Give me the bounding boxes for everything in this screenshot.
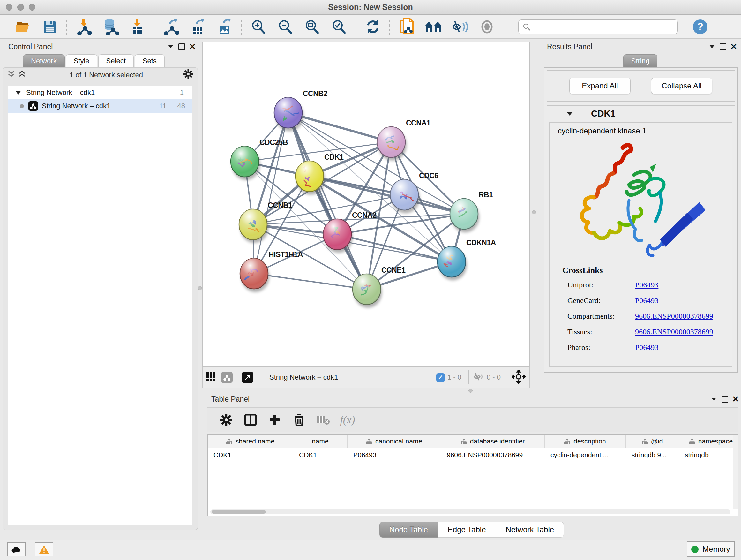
column-header-namespace[interactable]: namespace [679,435,738,448]
column-header-description[interactable]: description [545,435,626,448]
table-vertical-scrollbar[interactable] [733,435,738,509]
clone-network-button[interactable] [393,17,420,37]
open-file-button[interactable] [10,17,37,37]
hide-selected-button[interactable] [447,17,474,37]
memory-button[interactable]: Memory [687,542,735,557]
scrollbar-thumb[interactable] [212,510,266,514]
window-title: Session: New Session [0,3,741,12]
collapse-all-button[interactable]: Collapse All [651,78,712,94]
zoom-out-button[interactable] [272,17,299,37]
network-node-ccne1[interactable] [353,274,381,305]
float-panel-icon[interactable] [719,395,730,403]
selected-indicator-checkbox[interactable]: ✓ [436,373,445,382]
import-network-database-button[interactable] [97,17,124,37]
expand-all-icon[interactable] [18,70,26,80]
network-node-hist1h1a[interactable] [240,258,268,289]
expand-all-button[interactable]: Expand All [569,78,630,94]
table-horizontal-scrollbar[interactable] [210,509,731,514]
cloud-button[interactable] [7,543,26,557]
export-network-button[interactable] [158,17,185,37]
crosslink-link[interactable]: 9606.ENSP00000378699 [635,327,713,336]
column-header-canonical-name[interactable]: canonical name [347,435,441,448]
crosslink-link[interactable]: P06493 [635,296,658,305]
protein-section-header[interactable]: CDK1 [547,106,735,122]
tab-network[interactable]: Network [23,54,65,67]
tab-edge-table[interactable]: Edge Table [438,522,496,538]
network-node-ccna2[interactable] [323,219,351,250]
help-button[interactable]: ? [687,17,714,37]
collapse-all-icon[interactable] [7,70,15,80]
float-panel-icon[interactable] [176,43,187,51]
network-options-gear-icon[interactable] [184,69,193,81]
panel-menu-icon[interactable] [165,43,176,51]
table-settings-gear-icon[interactable] [214,410,239,429]
search-box[interactable] [518,19,678,34]
close-panel-icon[interactable]: ✕ [730,395,741,403]
zoom-in-button[interactable] [245,17,272,37]
network-node-rb1[interactable] [450,199,478,229]
network-node-ccnb1[interactable] [239,209,267,240]
network-edge[interactable] [254,273,367,289]
network-node-ccna1[interactable] [377,127,405,158]
panel-menu-icon[interactable] [709,395,719,403]
save-session-button[interactable] [37,17,63,37]
network-collection-row[interactable]: String Network – cdk1 1 [8,86,192,99]
network-node-cdc25b[interactable] [231,146,259,177]
network-edge[interactable] [288,113,391,142]
network-node-cdc6[interactable] [390,179,418,210]
zoom-selected-button[interactable] [326,17,352,37]
search-input[interactable] [531,22,669,31]
tab-sets[interactable]: Sets [135,54,165,67]
zoom-fit-button[interactable] [299,17,326,37]
float-panel-icon[interactable] [718,43,728,51]
network-canvas[interactable]: CCNB2CCNA1CDC25BCDK1CDC6RB1CCNB1CCNA2CDK… [202,42,530,367]
close-panel-icon[interactable]: ✕ [728,43,739,51]
first-neighbors-button[interactable] [420,17,447,37]
delete-table-icon[interactable] [311,410,335,429]
tab-select[interactable]: Select [98,54,134,67]
grid-view-icon[interactable] [206,372,215,382]
pan-crosshair-icon[interactable] [512,370,526,385]
show-all-button[interactable] [474,17,500,37]
network-edge[interactable] [288,113,367,289]
network-graph[interactable]: CCNB2CCNA1CDC25BCDK1CDC6RB1CCNB1CCNA2CDK… [203,42,529,366]
string-style-icon[interactable] [221,372,232,383]
column-header--id[interactable]: @id [626,435,679,448]
close-panel-icon[interactable]: ✕ [187,43,198,51]
section-disclosure-icon[interactable] [567,112,572,116]
right-splitter-handle[interactable] [532,210,536,214]
export-table-button[interactable] [185,17,211,37]
network-node-cdk1[interactable] [295,161,324,192]
crosslink-link[interactable]: P06493 [635,343,658,352]
network-edge[interactable] [254,113,288,273]
column-header-name[interactable]: name [293,435,347,448]
crosslink-link[interactable]: P06493 [635,281,658,289]
import-network-file-button[interactable] [70,17,97,37]
refresh-layout-button[interactable] [359,17,386,37]
tab-style[interactable]: Style [66,54,97,67]
network-row[interactable]: String Network – cdk1 11 48 [8,99,192,113]
crosslink-link[interactable]: 9606.ENSP00000378699 [635,312,713,320]
tab-network-table[interactable]: Network Table [496,522,564,538]
import-table-button[interactable] [124,17,151,37]
warnings-button[interactable] [35,543,53,557]
protein-name: CDK1 [591,109,615,119]
table-row[interactable]: CDK1CDK1P064939606.ENSP00000378699cyclin… [208,448,738,462]
tab-node-table[interactable]: Node Table [380,522,438,538]
panel-menu-icon[interactable] [706,43,718,51]
tab-string[interactable]: String [623,54,657,67]
bottom-splitter-handle[interactable] [468,388,473,393]
network-node-cdkn1a[interactable] [437,246,466,277]
create-column-icon[interactable] [263,410,287,429]
delete-column-trash-icon[interactable] [287,410,311,429]
column-header-database-identifier[interactable]: database identifier [441,435,545,448]
export-image-button[interactable] [211,17,238,37]
function-builder-icon[interactable]: f(x) [335,410,360,429]
collection-disclosure-icon[interactable] [15,91,21,95]
left-splitter-handle[interactable] [198,286,202,290]
birdseye-view-icon[interactable] [242,372,253,383]
network-node-ccnb2[interactable] [274,98,302,128]
crosslinks-title: CrossLinks [562,266,732,275]
show-columns-icon[interactable] [239,410,263,429]
column-header-shared-name[interactable]: shared name [208,435,293,448]
